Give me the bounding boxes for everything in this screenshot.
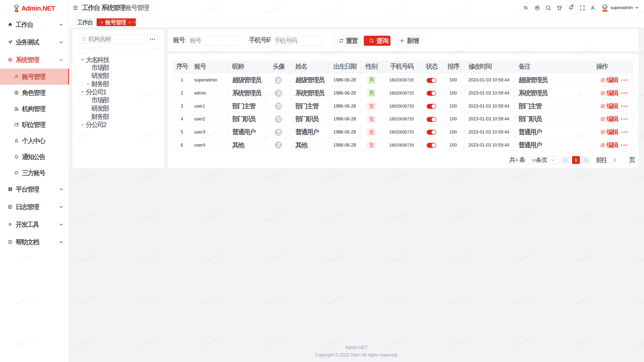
svg-text:T: T (526, 7, 528, 10)
